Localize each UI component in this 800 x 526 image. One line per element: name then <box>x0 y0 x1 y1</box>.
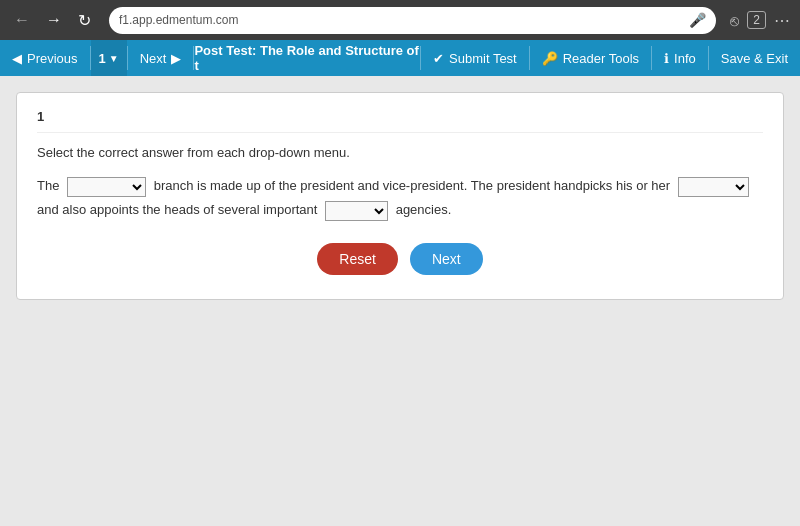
next-question-button[interactable]: Next <box>410 243 483 275</box>
submit-icon: ✔ <box>433 51 444 66</box>
question-card: 1 Select the correct answer from each dr… <box>16 92 784 300</box>
previous-icon: ◀ <box>12 51 22 66</box>
page-chevron-icon[interactable]: ▼ <box>109 53 119 64</box>
save-exit-button[interactable]: Save & Exit <box>709 40 800 76</box>
tab-count[interactable]: 2 <box>747 11 766 29</box>
dropdown2-select[interactable]: cabinet staff advisors <box>678 177 749 197</box>
reload-button[interactable]: ↻ <box>74 7 95 34</box>
reader-tools-button[interactable]: 🔑 Reader Tools <box>530 40 651 76</box>
back-button[interactable]: ← <box>10 7 34 33</box>
browser-right-icons: ⎋ 2 ⋯ <box>730 11 790 30</box>
menu-icon[interactable]: ⋯ <box>774 11 790 30</box>
previous-button[interactable]: ◀ Previous <box>0 40 90 76</box>
url-text: f1.app.edmentum.com <box>119 13 238 27</box>
dropdown3-select[interactable]: federal state local <box>325 201 388 221</box>
address-bar[interactable]: f1.app.edmentum.com 🎤 <box>109 7 716 34</box>
submit-label: Submit Test <box>449 51 517 66</box>
text-after-dropdown3: agencies. <box>396 202 452 217</box>
info-button[interactable]: ℹ Info <box>652 40 708 76</box>
page-indicator: 1 ▼ <box>91 40 127 76</box>
reset-button[interactable]: Reset <box>317 243 398 275</box>
main-content: 1 Select the correct answer from each dr… <box>0 76 800 526</box>
microphone-icon: 🎤 <box>689 12 706 28</box>
browser-chrome: ← → ↻ f1.app.edmentum.com 🎤 ⎋ 2 ⋯ <box>0 0 800 40</box>
button-row: Reset Next <box>37 243 763 275</box>
dropdown1-wrapper: executive legislative judicial <box>67 175 146 198</box>
dropdown1-select[interactable]: executive legislative judicial <box>67 177 146 197</box>
submit-test-button[interactable]: ✔ Submit Test <box>421 40 529 76</box>
info-icon: ℹ <box>664 51 669 66</box>
question-text: The executive legislative judicial branc… <box>37 174 763 223</box>
question-number: 1 <box>37 109 763 133</box>
text-after-dropdown2: and also appoints the heads of several i… <box>37 202 317 217</box>
share-icon[interactable]: ⎋ <box>730 12 739 29</box>
previous-label: Previous <box>27 51 78 66</box>
test-title: Post Test: The Role and Structure of t <box>194 40 420 76</box>
title-text: Post Test: The Role and Structure of t <box>194 43 420 73</box>
next-label: Next <box>140 51 167 66</box>
next-button[interactable]: Next ▶ <box>128 40 194 76</box>
app-toolbar: ◀ Previous 1 ▼ Next ▶ Post Test: The Rol… <box>0 40 800 76</box>
next-icon: ▶ <box>171 51 181 66</box>
dropdown2-wrapper: cabinet staff advisors <box>678 175 749 198</box>
text-after-dropdown1: branch is made up of the president and v… <box>154 178 670 193</box>
info-label: Info <box>674 51 696 66</box>
save-exit-label: Save & Exit <box>721 51 788 66</box>
dropdown3-wrapper: federal state local <box>325 199 388 222</box>
page-number: 1 <box>99 51 106 66</box>
text-before-dropdown1: The <box>37 178 59 193</box>
instruction-text: Select the correct answer from each drop… <box>37 145 763 160</box>
reader-tools-icon: 🔑 <box>542 51 558 66</box>
reader-tools-label: Reader Tools <box>563 51 639 66</box>
forward-button[interactable]: → <box>42 7 66 33</box>
